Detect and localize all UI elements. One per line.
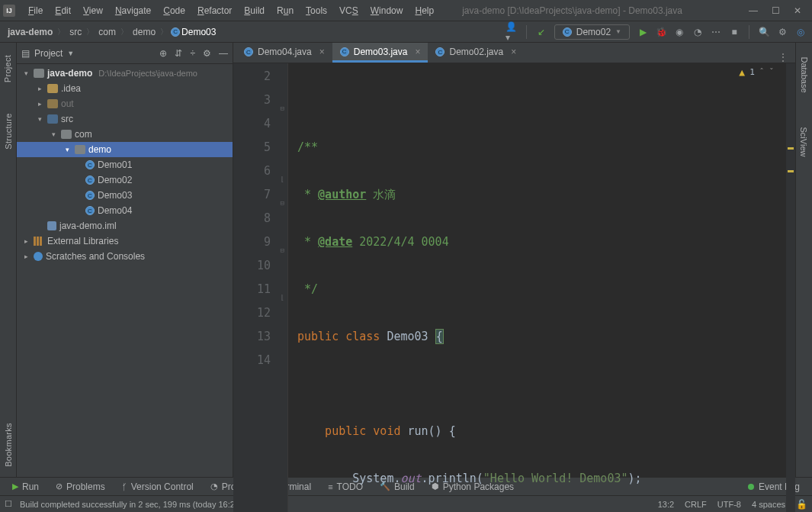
ide-action-icon[interactable]: ◎ <box>795 27 806 37</box>
build-icon[interactable]: ↙ <box>536 27 547 37</box>
toolwin-run[interactable]: ▶Run <box>6 481 45 492</box>
chevron-up-icon[interactable]: ˆ <box>759 67 765 77</box>
app-icon: IJ <box>3 5 15 17</box>
status-message: Build completed successfully in 2 sec, 1… <box>20 500 242 509</box>
stripe-sciview[interactable]: SciView <box>800 127 809 157</box>
close-icon[interactable]: × <box>415 47 420 57</box>
chevron-icon: 〉 <box>54 27 68 37</box>
chevron-down-icon[interactable]: ˇ <box>769 67 774 77</box>
tree-demo04[interactable]: CDemo04 <box>17 203 233 218</box>
code-content[interactable]: /** * @author 水滴 * @date 2022/4/4 0004 *… <box>288 63 795 512</box>
stripe-project[interactable]: Project <box>4 55 13 82</box>
stripe-structure[interactable]: Structure <box>4 113 13 149</box>
menu-help[interactable]: Help <box>409 3 439 18</box>
menu-edit[interactable]: Edit <box>50 3 76 18</box>
editor[interactable]: 2 3⊟ 4 5 6⌊ 7⊟ 8 9⊟ 10 11⌊ 12 13 14 /** … <box>233 63 795 512</box>
right-tool-stripe: Database SciView <box>795 43 812 477</box>
collapse-all-icon[interactable]: ÷ <box>190 48 195 59</box>
close-icon[interactable]: ✕ <box>794 5 801 16</box>
tree-com[interactable]: ▾com <box>17 127 233 142</box>
hide-panel-icon[interactable]: — <box>219 48 228 59</box>
close-icon[interactable]: × <box>319 47 325 57</box>
tree-scratches[interactable]: ▸Scratches and Consoles <box>17 249 233 264</box>
run-config-label: Demo02 <box>576 27 611 37</box>
fold-icon[interactable]: ⊟ <box>277 239 284 246</box>
fold-end-icon[interactable]: ⌊ <box>277 168 284 175</box>
tree-root[interactable]: ▾ java-demo D:\IdeaProjects\java-demo <box>17 66 233 81</box>
crumb-src[interactable]: src <box>68 27 83 37</box>
settings-icon[interactable]: ⚙ <box>777 27 788 37</box>
select-opened-icon[interactable]: ⊕ <box>159 48 167 59</box>
tab-demo02[interactable]: CDemo02.java× <box>428 43 524 63</box>
tab-demo04[interactable]: CDemo04.java× <box>236 43 332 63</box>
close-icon[interactable]: × <box>511 47 516 57</box>
crumb-file[interactable]: Demo03 <box>180 27 217 37</box>
menu-run[interactable]: Run <box>271 3 299 18</box>
tab-demo03[interactable]: CDemo03.java× <box>332 43 428 63</box>
menu-file[interactable]: File <box>23 3 48 18</box>
coverage-icon[interactable]: ◉ <box>674 27 685 37</box>
menu-refactor[interactable]: Refactor <box>192 3 237 18</box>
editor-area: CDemo04.java× CDemo03.java× CDemo02.java… <box>233 43 795 477</box>
tree-demo02[interactable]: CDemo02 <box>17 172 233 188</box>
toolwin-version-control[interactable]: ᚶVersion Control <box>116 481 200 492</box>
chevron-icon: 〉 <box>157 27 171 37</box>
tree-idea[interactable]: ▸.idea <box>17 81 233 96</box>
menu-code[interactable]: Code <box>158 3 191 18</box>
crumb-com[interactable]: com <box>97 27 117 37</box>
stripe-bookmarks[interactable]: Bookmarks <box>4 423 13 467</box>
tree-demo[interactable]: ▾demo <box>17 142 233 157</box>
debug-icon[interactable]: 🐞 <box>656 27 666 37</box>
chevron-icon: 〉 <box>117 27 131 37</box>
tree-external-libs[interactable]: ▸External Libraries <box>17 233 233 249</box>
tree-demo01[interactable]: CDemo01 <box>17 157 233 172</box>
editor-tabs: CDemo04.java× CDemo03.java× CDemo02.java… <box>233 43 795 63</box>
project-panel-header: ▤ Project ▼ ⊕ ⇵ ÷ ⚙ — <box>17 43 233 64</box>
maximize-icon[interactable]: ☐ <box>772 5 780 16</box>
profile-icon[interactable]: ◔ <box>692 27 703 37</box>
main-area: Project Structure Bookmarks ▤ Project ▼ … <box>0 43 812 477</box>
settings-icon[interactable]: ⚙ <box>203 48 211 59</box>
attach-icon[interactable]: ⋯ <box>711 27 721 37</box>
fold-icon[interactable]: ⊟ <box>277 97 284 105</box>
project-view-icon[interactable]: ▤ <box>21 48 30 59</box>
fold-end-icon[interactable]: ⌊ <box>277 286 284 294</box>
tree-out[interactable]: ▸out <box>17 96 233 111</box>
toolbar-actions: 👤▾ ↙ C Demo02 ▼ ▶ 🐞 ◉ ◔ ⋯ ■ 🔍 ⚙ ◎ <box>506 24 806 40</box>
run-icon[interactable]: ▶ <box>637 27 648 37</box>
warning-icon: ▲ <box>739 66 745 78</box>
expand-all-icon[interactable]: ⇵ <box>175 48 182 59</box>
menu-build[interactable]: Build <box>239 3 270 18</box>
chevron-icon: 〉 <box>83 27 97 37</box>
project-panel-title[interactable]: Project <box>34 48 63 59</box>
stripe-database[interactable]: Database <box>800 56 809 92</box>
error-stripe[interactable] <box>786 63 795 512</box>
left-tool-stripe: Project Structure Bookmarks <box>0 43 17 477</box>
menu-tools[interactable]: Tools <box>300 3 332 18</box>
toolwin-problems[interactable]: ⊘Problems <box>50 481 111 492</box>
user-icon[interactable]: 👤▾ <box>506 27 517 37</box>
warning-count: 1 <box>749 67 755 77</box>
menu-view[interactable]: View <box>78 3 108 18</box>
stop-icon[interactable]: ■ <box>729 27 740 37</box>
project-tree: ▾ java-demo D:\IdeaProjects\java-demo ▸.… <box>17 64 233 477</box>
minimize-icon[interactable]: — <box>749 5 758 16</box>
menu-window[interactable]: Window <box>365 3 409 18</box>
run-config-selector[interactable]: C Demo02 ▼ <box>554 24 630 40</box>
window-controls: — ☐ ✕ <box>741 5 809 16</box>
tree-demo03[interactable]: CDemo03 <box>17 188 233 203</box>
crumb-root[interactable]: java-demo <box>6 27 54 37</box>
chevron-down-icon[interactable]: ▼ <box>67 50 74 57</box>
crumb-demo[interactable]: demo <box>131 27 157 37</box>
search-icon[interactable]: 🔍 <box>759 27 769 37</box>
menu-navigate[interactable]: Navigate <box>110 3 156 18</box>
readonly-lock-icon[interactable]: 🔓 <box>796 499 807 510</box>
menu-vcs[interactable]: VCS <box>334 3 364 18</box>
title-bar: IJ File Edit View Navigate Code Refactor… <box>0 0 812 21</box>
inspection-widget[interactable]: ▲ 1 ˆ ˇ <box>739 66 774 78</box>
tab-more-icon[interactable]: ⋮ <box>771 52 795 63</box>
navigation-toolbar: java-demo 〉 src 〉 com 〉 demo 〉 C Demo03 … <box>0 21 812 43</box>
tree-iml[interactable]: java-demo.iml <box>17 218 233 233</box>
tree-src[interactable]: ▾src <box>17 111 233 127</box>
fold-icon[interactable]: ⊟ <box>277 192 284 199</box>
